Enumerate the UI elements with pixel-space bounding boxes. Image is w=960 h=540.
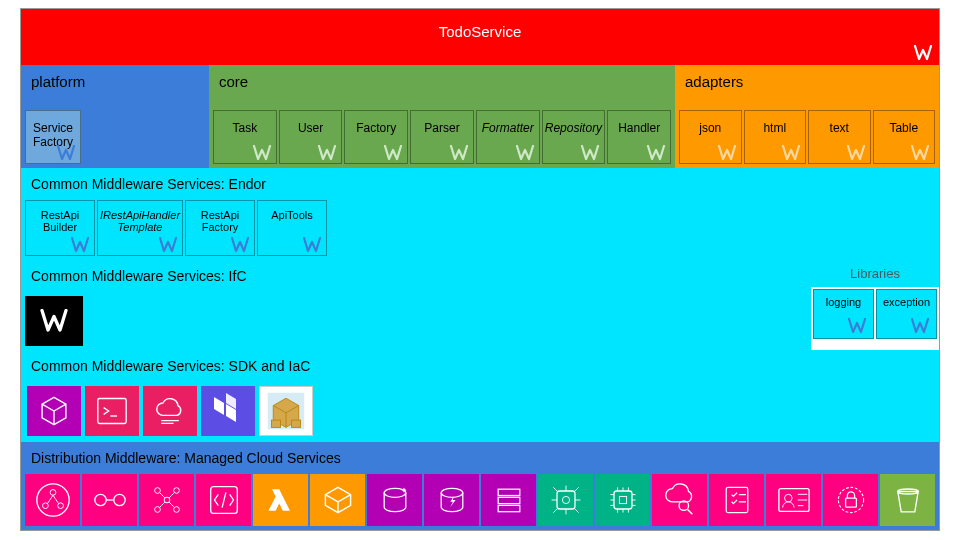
w-icon [846, 145, 866, 161]
chip-icon [538, 474, 593, 526]
terraform-icon [201, 386, 255, 436]
svg-rect-25 [619, 496, 626, 503]
package-icon [259, 386, 313, 436]
svg-point-9 [94, 494, 105, 505]
w-icon [717, 145, 737, 161]
cube-icon [27, 386, 81, 436]
workflow-icon [139, 474, 194, 526]
svg-rect-4 [291, 420, 300, 427]
tile-restapi-factory: RestApi Factory [185, 200, 255, 256]
tile-text: text [808, 110, 871, 164]
w-icon [515, 145, 535, 161]
tile-json: json [679, 110, 742, 164]
ifc-label: Common Middleware Services: IfC [21, 260, 811, 292]
tile-formatter: Formatter [476, 110, 540, 164]
tile-table: Table [873, 110, 936, 164]
adapters-label: adapters [675, 65, 939, 110]
w-icon [230, 237, 250, 253]
svg-point-6 [50, 490, 56, 496]
platform-label: platform [21, 65, 209, 110]
tile-repository: Repository [542, 110, 606, 164]
distribution-band: Distribution Middleware: Managed Cloud S… [21, 442, 939, 530]
ifc-band: Common Middleware Services: IfC Librarie… [21, 260, 939, 350]
w-icon [252, 145, 272, 161]
functions-icon [196, 474, 251, 526]
gateway-icon [25, 474, 80, 526]
w-icon [910, 145, 930, 161]
svg-point-29 [784, 494, 792, 502]
sdk-label: Common Middleware Services: SDK and IaC [21, 350, 939, 382]
w-icon [913, 45, 933, 61]
tile-service-factory: Service Factory [25, 110, 81, 164]
ifc-logo-box [25, 296, 83, 346]
svg-rect-20 [498, 497, 520, 503]
chip-alt-icon [595, 474, 650, 526]
w-icon [56, 145, 76, 161]
w-icon [910, 318, 930, 334]
security-lock-icon [823, 474, 878, 526]
w-icon [847, 318, 867, 334]
database-bolt-icon [424, 474, 479, 526]
svg-rect-31 [845, 498, 856, 507]
bucket-icon [880, 474, 935, 526]
svg-point-18 [441, 488, 463, 497]
distribution-label: Distribution Middleware: Managed Cloud S… [21, 442, 939, 474]
w-icon [317, 145, 337, 161]
svg-point-10 [113, 494, 124, 505]
lib-logging: logging [813, 289, 874, 339]
w-icon [646, 145, 666, 161]
core-section: core Task User Factory Parser Formatter … [209, 65, 675, 168]
libraries-label: Libraries [811, 260, 939, 287]
lambda-icon [253, 474, 308, 526]
svg-rect-0 [98, 399, 126, 424]
svg-point-30 [838, 487, 863, 512]
platform-section: platform Service Factory [21, 65, 209, 168]
checklist-icon [709, 474, 764, 526]
cloud-code-icon [143, 386, 197, 436]
header-title: TodoService [439, 23, 522, 40]
svg-rect-21 [498, 505, 520, 511]
rack-icon [481, 474, 536, 526]
w-icon [449, 145, 469, 161]
tile-handler: Handler [607, 110, 671, 164]
tile-factory: Factory [344, 110, 408, 164]
w-icon [781, 145, 801, 161]
adapters-section: adapters json html text Table [675, 65, 939, 168]
sdk-band: Common Middleware Services: SDK and IaC [21, 350, 939, 442]
svg-rect-3 [271, 420, 280, 427]
tile-task: Task [213, 110, 277, 164]
svg-rect-24 [614, 491, 632, 509]
terminal-icon [85, 386, 139, 436]
tile-html: html [744, 110, 807, 164]
endor-label: Common Middleware Services: Endor [21, 168, 939, 200]
tile-apitools: ApiTools [257, 200, 327, 256]
svg-rect-22 [557, 491, 575, 509]
lib-exception: exception [876, 289, 937, 339]
svg-rect-19 [498, 489, 520, 495]
core-label: core [209, 65, 675, 110]
w-icon [580, 145, 600, 161]
container-icon [310, 474, 365, 526]
cloud-search-icon [652, 474, 707, 526]
w-icon [70, 237, 90, 253]
tile-user: User [279, 110, 343, 164]
w-icon [158, 237, 178, 253]
tile-parser: Parser [410, 110, 474, 164]
database-sparkle-icon [367, 474, 422, 526]
w-icon [302, 237, 322, 253]
tile-restapi-builder: RestApi Builder [25, 200, 95, 256]
svg-point-23 [562, 496, 569, 503]
w-icon [383, 145, 403, 161]
svg-point-5 [36, 484, 68, 516]
security-id-icon [766, 474, 821, 526]
endor-band: Common Middleware Services: Endor RestAp… [21, 168, 939, 260]
events-icon [82, 474, 137, 526]
tile-irestapihandler: IRestApiHandler Template [97, 200, 183, 256]
header-bar: TodoService [21, 9, 939, 65]
